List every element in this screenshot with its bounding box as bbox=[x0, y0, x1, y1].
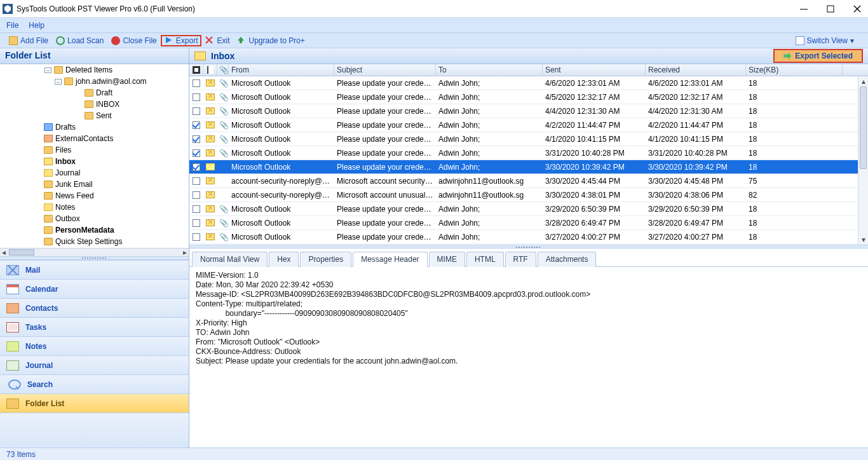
tree-node[interactable]: Outbox bbox=[0, 213, 189, 224]
tree-node[interactable]: INBOX bbox=[0, 99, 189, 110]
row-checkbox[interactable] bbox=[193, 177, 200, 185]
row-checkbox[interactable] bbox=[193, 107, 200, 115]
menu-file[interactable]: File bbox=[6, 21, 18, 30]
close-file-button[interactable]: Close File bbox=[107, 35, 160, 46]
add-file-button[interactable]: Add File bbox=[5, 35, 52, 46]
grid-vscroll[interactable]: ▴▾ bbox=[858, 76, 868, 245]
tree-scrollbar[interactable]: ◂▸ bbox=[0, 249, 189, 256]
col-attachment[interactable]: 📎 bbox=[217, 64, 229, 76]
tab-attachments[interactable]: Attachments bbox=[538, 252, 597, 267]
cell-checkbox[interactable] bbox=[189, 191, 203, 199]
cell-checkbox[interactable] bbox=[189, 233, 203, 241]
tree-node[interactable]: −Deleted Items bbox=[0, 64, 189, 76]
exit-button[interactable]: Exit bbox=[201, 35, 233, 46]
tab-mime[interactable]: MIME bbox=[429, 252, 465, 267]
load-scan-button[interactable]: Load Scan bbox=[52, 35, 107, 46]
switch-view-button[interactable]: Switch View▾ bbox=[792, 35, 858, 46]
tree-node[interactable]: Inbox bbox=[0, 156, 189, 167]
message-row[interactable]: account-security-noreply@a...Microsoft a… bbox=[189, 174, 868, 188]
nav-folder-list[interactable]: Folder List bbox=[0, 393, 189, 413]
cell-checkbox[interactable] bbox=[189, 79, 203, 87]
row-checkbox[interactable] bbox=[193, 135, 200, 143]
message-row[interactable]: 📎Microsoft OutlookPlease update your cre… bbox=[189, 90, 868, 104]
cell-subject: Please update your credenti... bbox=[334, 233, 436, 242]
tree-node[interactable]: PersonMetadata bbox=[0, 224, 189, 236]
nav-calendar[interactable]: Calendar bbox=[0, 279, 189, 298]
tree-node[interactable]: −john.adwin@aol.com bbox=[0, 76, 189, 87]
nav-journal[interactable]: Journal bbox=[0, 355, 189, 374]
tab-rtf[interactable]: RTF bbox=[505, 252, 536, 267]
tree-twisty-icon[interactable]: − bbox=[44, 67, 51, 73]
tab-html[interactable]: HTML bbox=[466, 252, 504, 267]
tree-node[interactable]: Drafts bbox=[0, 121, 189, 133]
tab-normal-mail-view[interactable]: Normal Mail View bbox=[192, 252, 268, 267]
tree-node[interactable]: Junk Email bbox=[0, 179, 189, 190]
maximize-button[interactable] bbox=[826, 4, 835, 13]
nav-notes[interactable]: Notes bbox=[0, 336, 189, 355]
col-from[interactable]: From bbox=[229, 64, 334, 76]
nav-label: Calendar bbox=[25, 285, 58, 294]
tree-node[interactable]: Notes bbox=[0, 201, 189, 213]
row-checkbox[interactable] bbox=[193, 149, 200, 157]
row-checkbox[interactable] bbox=[193, 219, 200, 227]
cell-checkbox[interactable] bbox=[189, 107, 203, 115]
message-row[interactable]: 📎Microsoft OutlookPlease update your cre… bbox=[189, 104, 868, 118]
cell-checkbox[interactable] bbox=[189, 93, 203, 101]
tab-hex[interactable]: Hex bbox=[269, 252, 299, 267]
col-sent[interactable]: Sent bbox=[543, 64, 646, 76]
export-selected-button[interactable]: Export Selected bbox=[773, 49, 863, 63]
row-checkbox[interactable] bbox=[193, 79, 200, 87]
row-checkbox[interactable] bbox=[193, 191, 200, 199]
row-checkbox[interactable] bbox=[193, 205, 200, 213]
col-size[interactable]: Size(KB) bbox=[746, 64, 843, 76]
col-to[interactable]: To bbox=[436, 64, 543, 76]
tab-properties[interactable]: Properties bbox=[300, 252, 351, 267]
cell-checkbox[interactable] bbox=[189, 135, 203, 143]
close-button[interactable] bbox=[853, 4, 862, 13]
message-row[interactable]: Microsoft OutlookPlease update your cred… bbox=[189, 160, 868, 174]
message-row[interactable]: 📎Microsoft OutlookPlease update your cre… bbox=[189, 216, 868, 230]
nav-tasks[interactable]: Tasks bbox=[0, 317, 189, 336]
cell-checkbox[interactable] bbox=[189, 163, 203, 171]
col-received[interactable]: Received bbox=[646, 64, 746, 76]
tree-node[interactable]: News Feed bbox=[0, 190, 189, 201]
cell-checkbox[interactable] bbox=[189, 205, 203, 213]
tree-node[interactable]: ExternalContacts bbox=[0, 133, 189, 144]
row-checkbox[interactable] bbox=[193, 163, 200, 171]
message-grid[interactable]: 📎Microsoft OutlookPlease update your cre… bbox=[189, 76, 868, 245]
nav-search[interactable]: Search bbox=[0, 374, 189, 393]
cell-checkbox[interactable] bbox=[189, 219, 203, 227]
message-row[interactable]: 📎Microsoft OutlookPlease update your cre… bbox=[189, 230, 868, 244]
message-row[interactable]: 📎Microsoft OutlookPlease update your cre… bbox=[189, 202, 868, 216]
message-row[interactable]: 📎Microsoft OutlookPlease update your cre… bbox=[189, 118, 868, 132]
col-subject[interactable]: Subject bbox=[334, 64, 436, 76]
col-envelope[interactable] bbox=[203, 64, 217, 76]
nav-contacts[interactable]: Contacts bbox=[0, 298, 189, 317]
message-row[interactable]: 📎Microsoft OutlookPlease update your cre… bbox=[189, 146, 868, 160]
message-row[interactable]: 📎Microsoft OutlookPlease update your cre… bbox=[189, 132, 868, 146]
col-checkbox[interactable] bbox=[189, 64, 203, 76]
minimize-button[interactable] bbox=[799, 4, 808, 13]
grid-header[interactable]: 📎 From Subject To Sent Received Size(KB) bbox=[189, 64, 868, 76]
message-row[interactable]: account-security-noreply@a...Microsoft a… bbox=[189, 188, 868, 202]
upgrade-button[interactable]: Upgrade to Pro+ bbox=[233, 35, 308, 46]
tree-node[interactable]: Files bbox=[0, 144, 189, 156]
row-checkbox[interactable] bbox=[193, 233, 200, 241]
tree-node[interactable]: Sent bbox=[0, 110, 189, 121]
message-row[interactable]: 📎Microsoft OutlookPlease update your cre… bbox=[189, 76, 868, 90]
tree-twisty-icon[interactable]: − bbox=[55, 79, 62, 85]
row-checkbox[interactable] bbox=[193, 93, 200, 101]
tree-node[interactable]: Quick Step Settings bbox=[0, 236, 189, 247]
tab-message-header[interactable]: Message Header bbox=[353, 252, 427, 267]
row-checkbox[interactable] bbox=[193, 121, 200, 129]
menu-help[interactable]: Help bbox=[29, 21, 44, 30]
folder-icon bbox=[44, 238, 53, 245]
nav-mail[interactable]: Mail bbox=[0, 260, 189, 279]
export-button[interactable]: Export bbox=[161, 35, 202, 46]
cell-checkbox[interactable] bbox=[189, 149, 203, 157]
folder-tree[interactable]: −Deleted Items−john.adwin@aol.comDraftIN… bbox=[0, 64, 189, 249]
cell-checkbox[interactable] bbox=[189, 121, 203, 129]
tree-node[interactable]: Draft bbox=[0, 87, 189, 99]
tree-node[interactable]: Journal bbox=[0, 167, 189, 179]
cell-checkbox[interactable] bbox=[189, 177, 203, 185]
